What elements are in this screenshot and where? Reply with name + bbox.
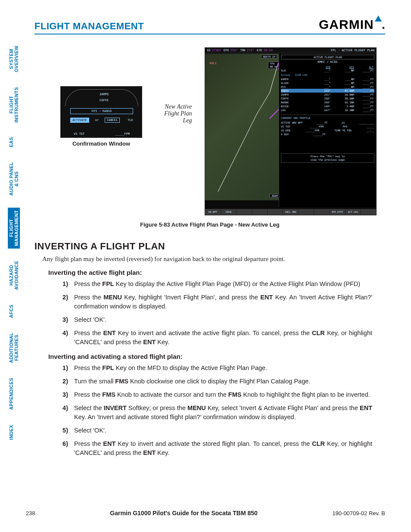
procedure-step: 3)Select 'OK'. [60,315,372,324]
section-header: FLIGHT MANAGEMENT [34,21,144,32]
softkey [237,209,252,215]
procedure-step: 6)Press the ENT Key to invert and activa… [60,439,372,457]
flightplan-row: NARNE249°65.1NM_____FT [281,100,374,104]
procedure-heading: Inverting and activating a stored flight… [48,353,385,360]
arrow-icon: ➔ [99,109,103,113]
softkey [268,209,283,215]
footer-title: Garmin G1000 Pilot's Guide for the Socat… [110,510,258,516]
garmin-logo: GARMIN . [319,17,385,32]
logo-triangle-icon [375,16,382,22]
confirmation-window-screenshot: ZAMPO COFFE HYS ➔ RANSO ACTIVATE or CANC… [60,86,142,138]
flightplan-row: GLIDE___°____NM_____FT [281,81,374,85]
page-header: FLIGHT MANAGEMENT GARMIN . [34,17,385,34]
callout-label: New Active Flight Plan Leg [155,103,192,124]
side-tab[interactable]: SYSTEMOVERVIEW [8,43,20,75]
side-tab[interactable]: FLIGHTINSTRUMENTS [8,84,20,125]
softkey-bar: EW WPTVIEWCNCL VNVATK OFSTACT LEG [205,209,376,215]
procedure-list: 1)Press the FPL Key on the MFD to displa… [60,364,372,457]
procedure-step: 1)Press the FPL Key to display the Activ… [60,280,372,289]
side-tabs: SYSTEMOVERVIEWFLIGHTINSTRUMENTSEASAUDIO … [8,43,20,442]
procedure-step: 4)Press the ENT Key to invert and activa… [60,329,372,347]
logo-dot: . [382,17,385,32]
confirmation-caption: Confirmation Window [72,140,130,147]
procedure-step: 2)Press the MENU Key, highlight 'Invert … [60,293,372,311]
side-tab[interactable]: INDEX [8,422,20,442]
side-tab[interactable]: FLIGHTMANAGEMENT [8,208,20,249]
procedure-list: 1)Press the FPL Key to display the Activ… [60,280,372,347]
procedure-step: 3)Press the FMS Knob to activate the cur… [60,390,372,399]
section-heading: INVERTING A FLIGHT PLAN [34,241,385,252]
flightplan-row: WIZGE248°1.4NM_____FT [281,104,374,108]
flightplan-row: COFFE258°38.5NM_____FT [281,96,374,100]
procedure-step: 4)Select the INVERT Softkey; or press th… [60,404,372,422]
cancel-button: CANCEL [105,118,120,123]
procedure-step: 1)Press the FPL Key on the MFD to displa… [60,364,372,373]
side-tab[interactable]: ADDITIONALFEATURES [8,330,20,366]
flightplan-row: RANSO253°81.9NM_____FT [281,89,374,93]
softkey: VIEW [221,209,236,215]
softkey: ACT LEG [346,209,361,215]
figure-caption: Figure 5-83 Active Flight Plan Page - Ne… [34,221,385,228]
flightplan-row: LAA247°10.3NM_____FT [281,108,374,112]
softkey [361,209,376,215]
softkey: CNCL VNV [283,209,298,215]
softkey [299,209,314,215]
side-tab[interactable]: AUDIO PANEL& CNS [8,159,20,198]
intro-paragraph: Any flight plan may be inverted (reverse… [42,255,385,263]
page-number: 238 [26,510,35,516]
doc-revision: 190-00709-02 Rev. B [332,510,385,516]
side-tab[interactable]: AFCS [8,302,20,320]
flightplan-row: ZAMPO251°20.8NM_____FT [281,93,374,96]
side-tab[interactable]: APPENDICES [8,375,20,413]
page-footer: 238 Garmin G1000 Pilot's Guide for the S… [26,510,385,516]
figure-row: ZAMPO COFFE HYS ➔ RANSO ACTIVATE or CANC… [60,47,377,215]
flightplan-row: HYS___°____NM_____FT [281,85,374,89]
activate-button: ACTIVATE [70,118,89,123]
softkey [252,209,267,215]
logo-text: GARMIN [319,17,374,32]
procedure-heading: Inverting the active flight plan: [48,269,385,276]
procedure-step: 2)Turn the small FMS Knob clockwise one … [60,377,372,386]
side-tab[interactable]: HAZARDAVOIDANCE [8,258,20,292]
side-tab[interactable]: EAS [8,134,20,150]
procedure-step: 5)Select 'OK'. [60,426,372,435]
flightplan-row: DUMYE___°____NM_____FT [281,77,374,81]
softkey: EW WPT [205,209,220,215]
softkey [314,209,329,215]
flightplan-row: SLN___°____NM_____FT [281,68,374,72]
softkey: ATK OFST [330,209,345,215]
active-flight-plan-screenshot: GS 173KT DTK 253° TRK 274° ETE 28:24 FPL… [205,47,377,215]
